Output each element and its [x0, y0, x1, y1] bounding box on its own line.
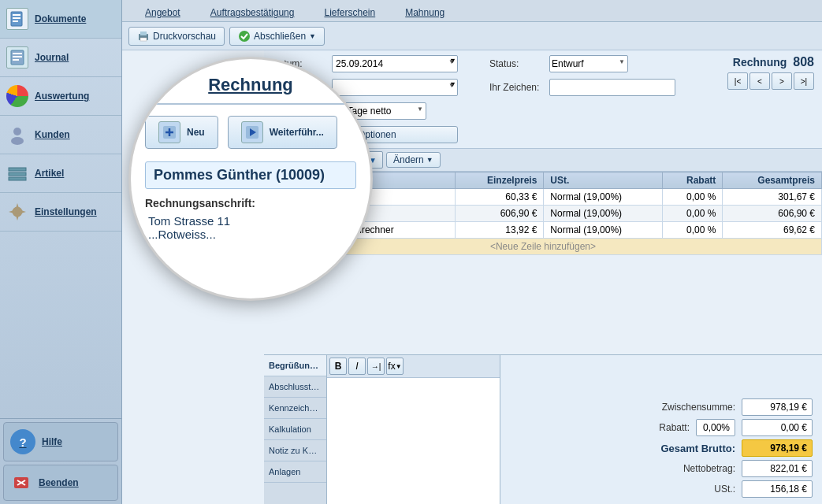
lieferdatum-dropdown-btn[interactable]: ▼ [449, 80, 456, 88]
nav-next-button[interactable]: > [772, 72, 792, 90]
magnifier-overlay: Rechnung Neu Weiterführ... [128, 57, 373, 301]
svg-rect-6 [13, 56, 22, 57]
nav-last-button[interactable]: >| [794, 72, 814, 90]
mag-address-label: Rechnungsanschrift: [145, 197, 356, 209]
cell-ust-2: Normal (19,00%) [544, 222, 663, 239]
bottom-tab-anlagen[interactable]: Anlagen [264, 461, 326, 483]
bottom-left: Begrüßungstext Abschlusstext Kennzeichnu… [264, 355, 500, 504]
check-icon [238, 30, 251, 43]
sidebar-item-artikel[interactable]: Artikel [0, 154, 121, 193]
rabatt-label: Rabatt: [603, 422, 690, 433]
editor-textarea[interactable] [327, 378, 500, 504]
ihr-zeichen-label: Ihr Zeichen: [489, 82, 545, 93]
tab-mahnung[interactable]: Mahnung [390, 3, 459, 21]
sidebar-item-einstellungen-label: Einstellungen [35, 206, 97, 217]
print-icon [137, 30, 150, 43]
sidebar-item-hilfe-label: Hilfe [42, 436, 62, 447]
gesamt-brutto-value[interactable] [742, 439, 813, 457]
bottom-editor: B I →| fx ▼ [327, 355, 500, 504]
sidebar-item-auswertung[interactable]: Auswertung [0, 77, 121, 116]
rabatt-value[interactable] [742, 419, 813, 436]
sidebar-item-journal[interactable]: Journal [0, 39, 121, 77]
content-area: Rechnung Neu Weiterführ... [122, 50, 822, 504]
tab-angebot[interactable]: Angebot [130, 3, 195, 21]
bottom-tab-kennzeichnung[interactable]: Kennzeichnung [264, 398, 326, 419]
sidebar-item-artikel-label: Artikel [35, 168, 64, 179]
nav-prev-button[interactable]: < [749, 72, 770, 90]
dropdown-arrow: ▼ [309, 32, 316, 40]
sidebar-item-kunden-label: Kunden [35, 129, 70, 140]
svg-rect-11 [9, 172, 26, 176]
cell-rabatt-0: 0,00 % [663, 189, 723, 206]
svg-rect-10 [9, 168, 26, 171]
mag-weiterfuehren-label: Weiterführ... [270, 127, 324, 138]
svg-rect-2 [13, 17, 20, 19]
sidebar-item-einstellungen[interactable]: Einstellungen [0, 193, 121, 232]
svg-point-8 [13, 128, 21, 135]
sidebar: Dokumente Journal Auswertung Kunden Arti… [0, 0, 122, 504]
bottom-tab-begruessung[interactable]: Begrüßungstext [264, 355, 326, 376]
nettobetrag-value[interactable] [742, 460, 813, 477]
mag-customer: Pommes Günther (10009) [145, 161, 356, 189]
sidebar-item-kunden[interactable]: Kunden [0, 116, 121, 154]
editor-italic-button[interactable]: I [348, 358, 366, 375]
summary-section: Zwischensumme: Rabatt: Gesamt Brutto: [500, 355, 822, 504]
lieferdatum-input[interactable] [332, 79, 458, 96]
sidebar-item-dokumente[interactable]: Dokumente [0, 0, 121, 39]
col-gesamtpreis: Gesamtpreis [723, 172, 822, 189]
aendern-arrow: ▼ [426, 156, 433, 164]
mag-neu-button[interactable]: Neu [145, 116, 218, 149]
editor-indent-button[interactable]: →| [367, 358, 385, 375]
mag-address-line2: ...Rotweiss... [148, 228, 356, 241]
bottom-tabs: Begrüßungstext Abschlusstext Kennzeichnu… [264, 355, 327, 504]
rabatt-pct[interactable] [696, 419, 735, 436]
bottom-tab-kalkulation[interactable]: Kalkulation [264, 419, 326, 440]
weiterfuehren-icon [241, 121, 263, 143]
aendern-button[interactable]: Ändern ▼ [386, 152, 441, 168]
bottom-tab-abschluss[interactable]: Abschlusstext [264, 376, 326, 398]
zwischensumme-value[interactable] [742, 398, 813, 416]
tab-auftragsbestaetigung[interactable]: Auftragsbestätigung [195, 3, 310, 21]
sidebar-item-dokumente-label: Dokumente [35, 13, 86, 24]
rechnung-number: 808 [793, 55, 814, 69]
nav-buttons: |< < > >| [727, 72, 814, 90]
summary-rabatt-row: Rabatt: [510, 419, 813, 436]
summary-gesamt-row: Gesamt Brutto: [510, 439, 813, 457]
cell-rabatt-2: 0,00 % [663, 222, 723, 239]
datum-select-wrapper: ▼ [332, 55, 458, 72]
cell-ust-0: Normal (19,00%) [544, 189, 663, 206]
cell-rabatt-1: 0,00 % [663, 206, 723, 222]
sidebar-bottom: ? Hilfe Beenden [0, 418, 121, 504]
col-ust: USt. [544, 172, 663, 189]
nav-first-button[interactable]: |< [727, 72, 748, 90]
top-tabs: Angebot Auftragsbestätigung Lieferschein… [122, 0, 822, 22]
abschliessen-button[interactable]: Abschließen ▼ [229, 27, 325, 46]
ihr-zeichen-input[interactable] [549, 79, 675, 96]
mag-weiterfuehren-button[interactable]: Weiterführ... [228, 116, 337, 149]
sidebar-item-beenden[interactable]: Beenden [3, 465, 118, 501]
status-select[interactable]: Entwurf [549, 55, 628, 72]
invoice-number-block: Rechnung 808 [733, 55, 814, 69]
summary-netto-row: Nettobetrag: [510, 460, 813, 477]
summary-zwischensumme-row: Zwischensumme: [510, 398, 813, 416]
hilfe-icon: ? [10, 429, 35, 454]
druckvorschau-button[interactable]: Druckvorschau [128, 27, 225, 46]
bottom-tab-notiz[interactable]: Notiz zu Kunde [264, 440, 326, 461]
nettobetrag-label: Nettobetrag: [649, 463, 735, 474]
sidebar-item-hilfe[interactable]: ? Hilfe [3, 422, 118, 461]
ust-value[interactable] [742, 480, 813, 498]
editor-formula-button[interactable]: fx ▼ [386, 358, 404, 375]
tab-lieferschein[interactable]: Lieferschein [309, 3, 390, 21]
status-select-wrapper: Entwurf [549, 55, 628, 72]
zwischensumme-label: Zwischensumme: [649, 402, 735, 413]
formula-dropdown: ▼ [396, 363, 402, 370]
editor-bold-button[interactable]: B [329, 358, 347, 375]
magnifier-buttons: Neu Weiterführ... [145, 116, 356, 149]
svg-rect-12 [9, 177, 26, 180]
mag-neu-label: Neu [187, 127, 205, 138]
datum-input[interactable] [332, 55, 458, 72]
datum-dropdown-btn[interactable]: ▼ [449, 57, 456, 65]
cell-gesamtpreis-0: 301,67 € [723, 189, 822, 206]
auswertung-icon [6, 85, 28, 107]
cell-einzelpreis-1: 606,90 € [455, 206, 544, 222]
